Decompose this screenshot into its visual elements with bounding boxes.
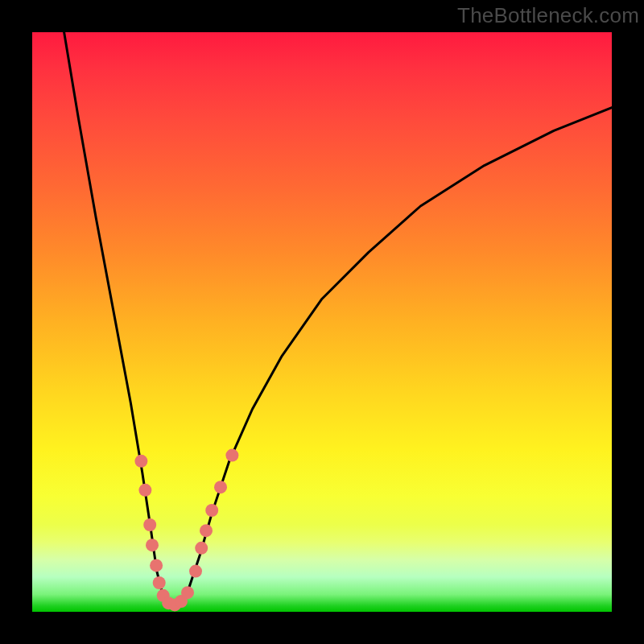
plot-area — [32, 32, 612, 612]
data-point — [143, 518, 156, 531]
data-point — [146, 539, 159, 551]
data-point — [189, 565, 202, 578]
data-point — [150, 559, 163, 572]
data-point — [153, 576, 166, 589]
data-point — [200, 524, 213, 537]
chart-svg — [32, 32, 612, 612]
chart-frame: TheBottleneck.com — [0, 0, 644, 644]
data-point — [195, 542, 208, 555]
data-point — [225, 449, 238, 462]
watermark-text: TheBottleneck.com — [457, 3, 639, 28]
data-point — [205, 504, 218, 517]
curve-layer — [61, 32, 612, 606]
dots-layer — [134, 449, 238, 612]
data-point — [134, 455, 147, 468]
bottleneck-curve — [61, 32, 612, 606]
data-point — [214, 481, 227, 493]
data-point — [181, 586, 194, 599]
data-point — [138, 484, 151, 497]
